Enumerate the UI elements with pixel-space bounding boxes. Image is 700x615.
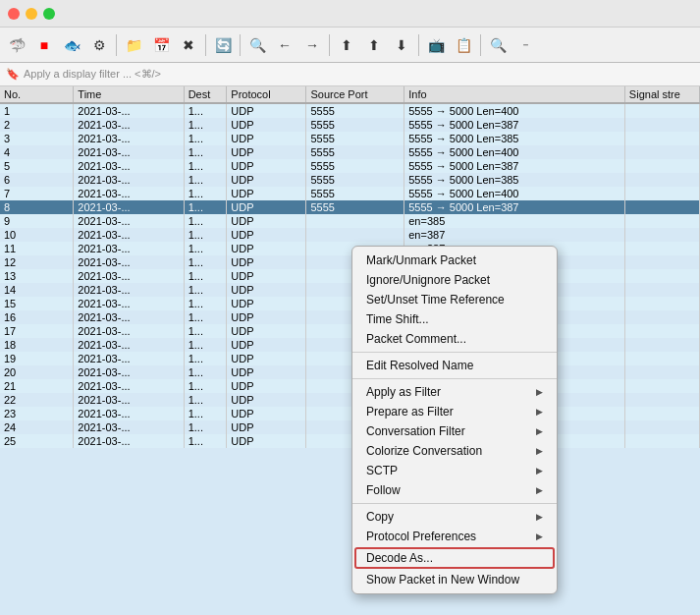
table-row[interactable]: 242021-03-...1...UDPen=385	[0, 420, 700, 434]
table-row[interactable]: 12021-03-...1...UDP55555555 → 5000 Len=4…	[0, 103, 700, 118]
col-info[interactable]: Info	[404, 86, 625, 103]
menu-item[interactable]: Set/Unset Time Reference	[352, 290, 557, 309]
scroll-up-icon[interactable]: ⬆	[361, 32, 387, 58]
go-to-icon[interactable]: ⬆	[334, 32, 359, 58]
table-row[interactable]: 212021-03-...1...UDPen=385	[0, 379, 700, 393]
table-row[interactable]: 62021-03-...1...UDP55555555 → 5000 Len=3…	[0, 173, 700, 187]
open-icon[interactable]: 📁	[121, 32, 146, 58]
toolbar: 🦈 ■ 🐟 ⚙ 📁 📅 ✖ 🔄 🔍 ← → ⬆ ⬆ ⬇ 📺 📋 🔍 －	[0, 28, 700, 63]
table-row[interactable]: 222021-03-...1...UDPen=400	[0, 393, 700, 407]
menu-item[interactable]: Mark/Unmark Packet	[352, 251, 557, 270]
table-row[interactable]: 42021-03-...1...UDP55555555 → 5000 Len=4…	[0, 145, 700, 159]
submenu-arrow-icon: ▶	[536, 426, 543, 436]
table-cell: 2021-03-...	[74, 103, 184, 118]
close-button[interactable]	[8, 8, 20, 20]
table-row[interactable]: 82021-03-...1...UDP55555555 → 5000 Len=3…	[0, 200, 700, 214]
table-cell: 5555 → 5000 Len=387	[404, 118, 625, 132]
table-row[interactable]: 122021-03-...1...UDPen=385	[0, 255, 700, 269]
table-cell: 1...	[184, 310, 227, 324]
submenu-arrow-icon: ▶	[536, 466, 543, 475]
table-row[interactable]: 142021-03-...1...UDPen=387	[0, 283, 700, 297]
minimize-button[interactable]	[26, 8, 37, 20]
menu-item[interactable]: Show Packet in New Window	[352, 570, 557, 589]
menu-item[interactable]: Apply as Filter▶	[352, 382, 557, 402]
menu-item[interactable]: Ignore/Unignore Packet	[352, 270, 557, 290]
table-row[interactable]: 232021-03-...1...UDPen=385	[0, 407, 700, 420]
table-cell: 1...	[184, 434, 227, 448]
menu-item[interactable]: Edit Resolved Name	[352, 356, 557, 375]
options-icon[interactable]: ⚙	[86, 32, 112, 58]
back-icon[interactable]: ←	[272, 32, 297, 58]
colorize-icon[interactable]: 📺	[423, 32, 449, 58]
table-cell: UDP	[227, 173, 306, 187]
table-row[interactable]: 32021-03-...1...UDP55555555 → 5000 Len=3…	[0, 132, 700, 145]
table-cell	[624, 379, 699, 393]
col-time[interactable]: Time	[74, 86, 184, 103]
shark-icon[interactable]: 🦈	[4, 32, 29, 58]
close-file-icon[interactable]: ✖	[176, 32, 201, 58]
menu-item[interactable]: Time Shift...	[352, 309, 557, 329]
table-row[interactable]: 152021-03-...1...UDPen=385	[0, 297, 700, 310]
menu-item[interactable]: Copy▶	[352, 507, 557, 527]
table-cell: 5555 → 5000 Len=400	[404, 187, 625, 200]
search-icon[interactable]: 🔍	[244, 32, 270, 58]
table-cell: 1...	[184, 407, 227, 420]
table-cell: UDP	[227, 242, 306, 255]
table-row[interactable]: 182021-03-...1...UDPen=385	[0, 338, 700, 352]
table-cell	[624, 103, 699, 118]
col-no[interactable]: No.	[0, 86, 74, 103]
table-row[interactable]: 132021-03-...1...UDPen=400	[0, 269, 700, 283]
maximize-button[interactable]	[43, 8, 55, 20]
table-row[interactable]: 102021-03-...1...UDPen=387	[0, 228, 700, 242]
col-signal[interactable]: Signal stre	[624, 86, 699, 103]
table-row[interactable]: 92021-03-...1...UDPen=385	[0, 214, 700, 228]
separator	[116, 34, 117, 56]
table-row[interactable]: 112021-03-...1...UDPen=387	[0, 242, 700, 255]
table-cell: UDP	[227, 420, 306, 434]
table-row[interactable]: 192021-03-...1...UDPen=400	[0, 352, 700, 365]
save-icon[interactable]: 📅	[148, 32, 174, 58]
menu-item[interactable]: Packet Comment...	[352, 329, 557, 349]
restart-icon[interactable]: 🐟	[59, 32, 84, 58]
menu-item[interactable]: Prepare as Filter▶	[352, 402, 557, 421]
menu-item[interactable]: Colorize Conversation▶	[352, 441, 557, 461]
menu-item[interactable]: SCTP▶	[352, 461, 557, 480]
table-cell: en=385	[404, 214, 625, 228]
col-source-port[interactable]: Source Port	[306, 86, 404, 103]
menu-item[interactable]: Follow▶	[352, 480, 557, 500]
table-cell: 4	[0, 145, 74, 159]
scroll-down-icon[interactable]: ⬇	[389, 32, 414, 58]
autosize-icon[interactable]: 📋	[451, 32, 476, 58]
filter-placeholder[interactable]: Apply a display filter ... <⌘/>	[24, 68, 161, 81]
table-row[interactable]: 72021-03-...1...UDP55555555 → 5000 Len=4…	[0, 187, 700, 200]
col-protocol[interactable]: Protocol	[227, 86, 306, 103]
table-row[interactable]: 22021-03-...1...UDP55555555 → 5000 Len=3…	[0, 118, 700, 132]
table-cell: 7	[0, 187, 74, 200]
table-row[interactable]: 162021-03-...1...UDPen=400	[0, 310, 700, 324]
zoom-out-icon[interactable]: －	[512, 32, 538, 58]
menu-item[interactable]: Protocol Preferences▶	[352, 527, 557, 546]
menu-item[interactable]: Conversation Filter▶	[352, 421, 557, 441]
menu-item-label: Conversation Filter	[366, 424, 465, 438]
stop-icon[interactable]: ■	[31, 32, 57, 58]
table-cell: 12	[0, 255, 74, 269]
table-cell: 2021-03-...	[74, 324, 184, 338]
table-cell: 2021-03-...	[74, 145, 184, 159]
table-row[interactable]: 172021-03-...1...UDPen=387	[0, 324, 700, 338]
table-cell: 2021-03-...	[74, 407, 184, 420]
zoom-in-icon[interactable]: 🔍	[485, 32, 511, 58]
table-cell: UDP	[227, 297, 306, 310]
packet-table-container: No. Time Dest Protocol Source Port Info …	[0, 86, 700, 578]
table-row[interactable]: 202021-03-...1...UDPen=387	[0, 365, 700, 379]
table-cell	[624, 159, 699, 173]
table-cell: 5555	[306, 145, 404, 159]
col-dest[interactable]: Dest	[184, 86, 227, 103]
table-cell: 15	[0, 297, 74, 310]
table-row[interactable]: 252021-03-...1...UDPen=379	[0, 434, 700, 448]
menu-item-label: Apply as Filter	[366, 385, 441, 399]
table-cell: 1...	[184, 255, 227, 269]
table-row[interactable]: 52021-03-...1...UDP55555555 → 5000 Len=3…	[0, 159, 700, 173]
reload-icon[interactable]: 🔄	[210, 32, 236, 58]
menu-item-decode-as[interactable]: Decode As...	[354, 547, 555, 569]
forward-icon[interactable]: →	[299, 32, 325, 58]
